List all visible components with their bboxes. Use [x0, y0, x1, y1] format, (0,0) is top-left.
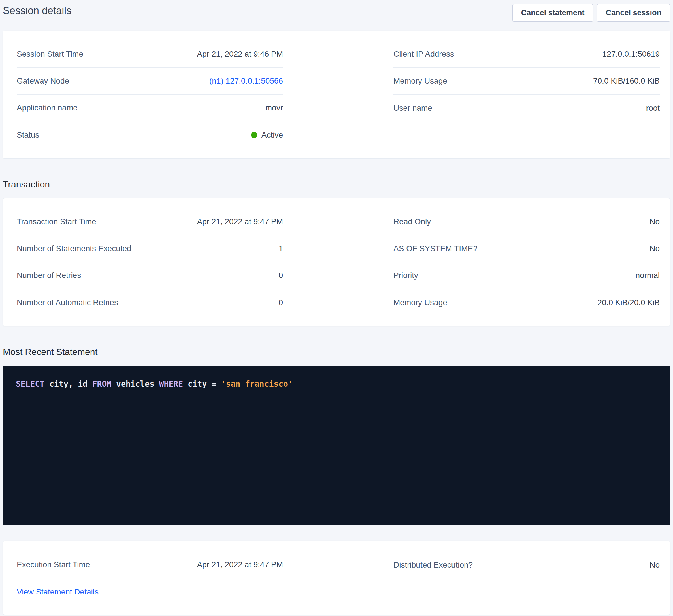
row-value: 1: [278, 244, 283, 253]
row-label: Memory Usage: [394, 298, 447, 307]
sql-statement-text: SELECT city, id FROM vehicles WHERE city…: [16, 378, 657, 391]
sql-text: city, id: [44, 379, 92, 389]
row-label: Status: [17, 130, 39, 139]
sql-keyword-from: FROM: [92, 379, 111, 389]
row-value: No: [650, 217, 660, 226]
row-label: Client IP Address: [394, 49, 454, 59]
sql-statement-box: SELECT city, id FROM vehicles WHERE city…: [3, 366, 670, 526]
read-only-row: Read Only No: [394, 208, 660, 235]
execution-card-left-column: Execution Start Time Apr 21, 2022 at 9:4…: [17, 552, 283, 605]
user-name-row: User name root: [394, 94, 660, 121]
sql-text: city =: [183, 379, 221, 389]
row-label: Priority: [394, 271, 418, 280]
row-label: Gateway Node: [17, 76, 69, 85]
session-summary-card: Session Start Time Apr 21, 2022 at 9:46 …: [3, 31, 670, 159]
page-header: Session details Cancel statement Cancel …: [3, 0, 670, 21]
row-value: 127.0.0.1:50619: [603, 49, 660, 59]
automatic-retries-row: Number of Automatic Retries 0: [17, 289, 283, 316]
gateway-node-link[interactable]: (n1) 127.0.0.1:50566: [209, 76, 283, 85]
status-badge: Active: [251, 130, 283, 139]
sql-string-literal: 'san francisco': [221, 379, 293, 389]
row-label: Memory Usage: [394, 76, 447, 85]
row-value: No: [650, 561, 660, 570]
row-value: movr: [265, 103, 283, 112]
sql-keyword-where: WHERE: [159, 379, 183, 389]
row-label: Distributed Execution?: [394, 561, 473, 570]
row-label: User name: [394, 103, 432, 113]
status-row: Status Active: [17, 121, 283, 148]
row-value: 20.0 KiB/20.0 KiB: [598, 298, 660, 307]
row-value: Apr 21, 2022 at 9:47 PM: [197, 217, 283, 226]
session-card-left-column: Session Start Time Apr 21, 2022 at 9:46 …: [17, 41, 283, 148]
row-value: 0: [278, 298, 283, 307]
row-label: Session Start Time: [17, 49, 83, 59]
active-status-dot: [251, 132, 257, 138]
cancel-statement-button[interactable]: Cancel statement: [512, 4, 594, 21]
execution-card-right-column: Distributed Execution? No: [394, 552, 660, 578]
session-card-right-column: Client IP Address 127.0.0.1:50619 Memory…: [394, 41, 660, 121]
view-statement-details-link[interactable]: View Statement Details: [17, 587, 98, 596]
client-ip-row: Client IP Address 127.0.0.1:50619: [394, 41, 660, 68]
execution-start-time-row: Execution Start Time Apr 21, 2022 at 9:4…: [17, 552, 283, 578]
row-label: Number of Retries: [17, 271, 81, 280]
row-label: AS OF SYSTEM TIME?: [394, 244, 478, 253]
session-memory-usage-row: Memory Usage 70.0 KiB/160.0 KiB: [394, 68, 660, 94]
row-value: Apr 21, 2022 at 9:46 PM: [197, 49, 283, 59]
row-value: No: [650, 244, 660, 253]
priority-row: Priority normal: [394, 262, 660, 289]
transaction-section-title: Transaction: [3, 179, 670, 190]
row-value: normal: [635, 271, 660, 280]
distributed-execution-row: Distributed Execution? No: [394, 552, 660, 578]
transaction-memory-usage-row: Memory Usage 20.0 KiB/20.0 KiB: [394, 289, 660, 316]
sql-keyword-select: SELECT: [16, 379, 44, 389]
transaction-card-right-column: Read Only No AS OF SYSTEM TIME? No Prior…: [394, 208, 660, 316]
transaction-start-time-row: Transaction Start Time Apr 21, 2022 at 9…: [17, 208, 283, 235]
status-text: Active: [261, 130, 283, 139]
row-label: Number of Automatic Retries: [17, 298, 118, 307]
row-label: Execution Start Time: [17, 560, 90, 569]
application-name-row: Application name movr: [17, 94, 283, 121]
sql-text: vehicles: [111, 379, 159, 389]
number-of-retries-row: Number of Retries 0: [17, 262, 283, 289]
transaction-card-left-column: Transaction Start Time Apr 21, 2022 at 9…: [17, 208, 283, 316]
view-statement-details-row: View Statement Details: [17, 578, 283, 605]
row-value: Apr 21, 2022 at 9:47 PM: [197, 560, 283, 569]
row-label: Number of Statements Executed: [17, 244, 132, 253]
execution-card: Execution Start Time Apr 21, 2022 at 9:4…: [3, 541, 670, 615]
row-label: Read Only: [394, 217, 431, 226]
session-start-time-row: Session Start Time Apr 21, 2022 at 9:46 …: [17, 41, 283, 68]
transaction-card: Transaction Start Time Apr 21, 2022 at 9…: [3, 198, 670, 326]
statements-executed-row: Number of Statements Executed 1: [17, 235, 283, 262]
gateway-node-row: Gateway Node (n1) 127.0.0.1:50566: [17, 68, 283, 94]
row-value: root: [646, 103, 660, 113]
row-label: Transaction Start Time: [17, 217, 96, 226]
cancel-session-button[interactable]: Cancel session: [597, 4, 670, 21]
session-details-page: Session details Cancel statement Cancel …: [0, 0, 673, 615]
row-value: 0: [278, 271, 283, 280]
row-value: 70.0 KiB/160.0 KiB: [593, 76, 660, 85]
page-title: Session details: [3, 4, 71, 18]
most-recent-statement-title: Most Recent Statement: [3, 346, 670, 357]
row-label: Application name: [17, 103, 77, 112]
as-of-system-time-row: AS OF SYSTEM TIME? No: [394, 235, 660, 262]
header-actions: Cancel statement Cancel session: [512, 4, 670, 21]
